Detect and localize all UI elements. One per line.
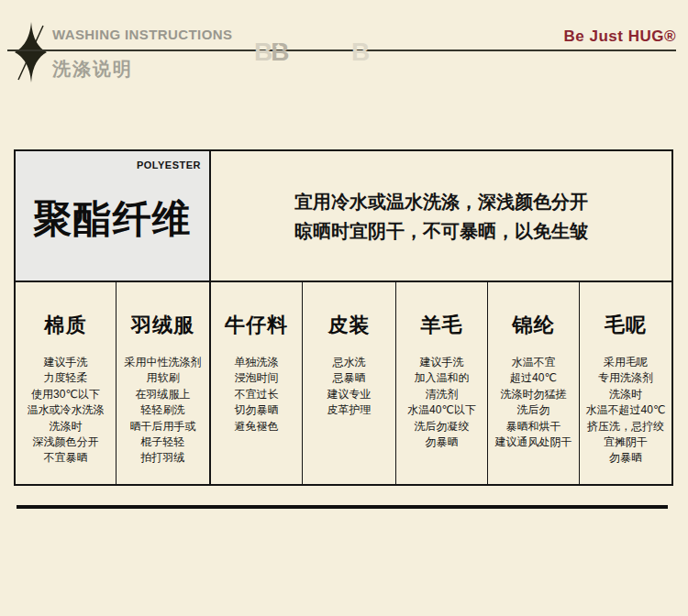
fabric-name: 羊毛 — [421, 312, 463, 339]
page-title-en: WASHING INSTRUCTIONS — [52, 27, 232, 42]
section-bottom-divider — [17, 505, 668, 509]
brand-logo: Be Just HUG® — [564, 28, 676, 46]
polyester-label-en: POLYESTER — [137, 160, 201, 170]
fabric-cell-wool: 羊毛 建议手洗 加入温和的 清洗剂 水温40℃以下 洗后勿凝绞 勿暴晒 — [396, 282, 488, 484]
fabric-name: 锦纶 — [513, 312, 555, 339]
fabric-cell-denim: 牛仔料 单独洗涤 浸泡时间 不宜过长 切勿暴晒 避免褪色 — [211, 282, 303, 484]
sparkle-icon — [13, 21, 48, 87]
fabric-name: 棉质 — [45, 312, 87, 339]
page-title-zh: 洗涤说明 — [52, 57, 133, 82]
brand-watermark-b: B — [351, 39, 368, 65]
fabric-name: 牛仔料 — [225, 312, 288, 339]
fabric-instructions: 单独洗涤 浸泡时间 不宜过长 切勿暴晒 避免褪色 — [235, 355, 279, 434]
header-divider-line — [7, 50, 676, 51]
fabric-instructions: 采用毛呢 专用洗涤剂 洗涤时 水温不超过40℃ 挤压洗，忌拧绞 宜摊阴干 勿暴晒 — [586, 355, 666, 467]
brand-watermark-bb: BB✦ — [254, 39, 287, 65]
fabric-cell-cotton: 棉质 建议手洗 力度轻柔 使用30℃以下 温水或冷水洗涤 洗涤时 深浅颜色分开 … — [16, 282, 117, 484]
sparkle-cutout-icon: ✦ — [274, 42, 282, 51]
watermark-letter: B — [254, 38, 271, 66]
fabric-name: 毛呢 — [605, 312, 647, 339]
fabric-name: 羽绒服 — [131, 312, 194, 339]
fabric-instructions: 采用中性洗涤剂 用软刷 在羽绒服上 轻轻刷洗 晒干后用手或 棍子轻轻 拍打羽绒 — [125, 355, 202, 467]
washing-instructions-page: WASHING INSTRUCTIONS 洗涤说明 BB✦ B Be Just … — [0, 0, 688, 616]
fabric-instructions: 忌水洗 忌暴晒 建议专业 皮革护理 — [327, 355, 372, 419]
fabric-instructions: 建议手洗 加入温和的 清洗剂 水温40℃以下 洗后勿凝绞 勿暴晒 — [407, 355, 476, 450]
care-table: POLYESTER 聚酯纤维 宜用冷水或温水洗涤，深浅颜色分开 晾晒时宜阴干，不… — [14, 149, 673, 486]
fabric-instructions: 建议手洗 力度轻柔 使用30℃以下 温水或冷水洗涤 洗涤时 深浅颜色分开 不宜暴… — [28, 355, 105, 467]
fabric-cell-nylon: 锦纶 水温不宜 超过40℃ 洗涤时勿猛搓 洗后勿 暴晒和烘干 建议通风处阴干 — [488, 282, 580, 484]
fabric-cell-leather: 皮装 忌水洗 忌暴晒 建议专业 皮革护理 — [303, 282, 396, 484]
watermark-letter: B✦ — [271, 38, 287, 66]
fabric-instructions: 水温不宜 超过40℃ 洗涤时勿猛搓 洗后勿 暴晒和烘干 建议通风处阴干 — [495, 355, 572, 450]
fabric-cell-down-jacket: 羽绒服 采用中性洗涤剂 用软刷 在羽绒服上 轻轻刷洗 晒干后用手或 棍子轻轻 拍… — [117, 282, 211, 484]
fabric-name: 皮装 — [328, 312, 371, 339]
fabric-cell-wool-cloth: 毛呢 采用毛呢 专用洗涤剂 洗涤时 水温不超过40℃ 挤压洗，忌拧绞 宜摊阴干 … — [580, 282, 671, 484]
polyester-cell: POLYESTER 聚酯纤维 — [16, 151, 211, 282]
polyester-instructions: 宜用冷水或温水洗涤，深浅颜色分开 晾晒时宜阴干，不可暴晒，以免生皱 — [211, 151, 671, 282]
polyester-name-zh: 聚酯纤维 — [34, 188, 192, 245]
